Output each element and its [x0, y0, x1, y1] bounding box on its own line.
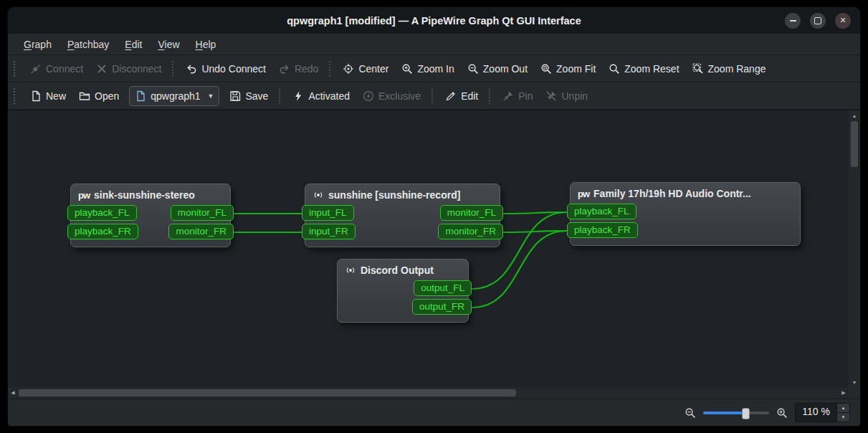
- toolbar-graph: Connect Disconnect Undo Connect Redo Cen…: [8, 55, 860, 82]
- menu-view[interactable]: View: [151, 36, 186, 53]
- port-monitor-fl[interactable]: monitor_FL: [440, 205, 503, 221]
- undo-label: Undo Connect: [201, 63, 266, 75]
- close-button[interactable]: ✕: [835, 13, 851, 29]
- spin-up-button[interactable]: ▲: [837, 404, 849, 413]
- port-monitor-fr[interactable]: monitor_FR: [438, 224, 503, 239]
- input-ports: input_FL input_FR: [305, 205, 356, 239]
- connect-icon: [30, 63, 42, 75]
- toolbar-drag-handle[interactable]: [14, 88, 19, 104]
- open-button[interactable]: Open: [72, 86, 125, 106]
- toolbar-separator: [431, 88, 434, 104]
- vertical-scroll-handle[interactable]: [851, 121, 858, 167]
- zoom-fit-button[interactable]: Zoom Fit: [534, 59, 602, 79]
- zoom-spinbox[interactable]: 110 % ▲ ▼: [795, 403, 850, 422]
- activated-button[interactable]: Activated: [286, 86, 356, 106]
- node-header: sunshine [sunshine-record]: [305, 184, 500, 204]
- disconnect-button[interactable]: Disconnect: [90, 59, 168, 79]
- scroll-down-icon[interactable]: ▼: [849, 377, 859, 387]
- port-playback-fl[interactable]: playback_FL: [567, 204, 636, 219]
- zoom-slider[interactable]: [703, 407, 769, 419]
- center-label: Center: [358, 63, 388, 75]
- redo-icon: [279, 63, 290, 75]
- save-button[interactable]: Save: [223, 86, 275, 106]
- unpin-icon: [545, 90, 557, 102]
- window-title: qpwgraph1 [modified] — A PipeWire Graph …: [8, 15, 860, 27]
- port-monitor-fr[interactable]: monitor_FR: [168, 224, 234, 239]
- node-ports: output_FL output_FR: [338, 280, 468, 322]
- minimize-button[interactable]: [785, 13, 801, 29]
- node-title: sink-sunshine-stereo: [94, 189, 195, 201]
- menu-help[interactable]: Help: [189, 36, 224, 53]
- zoom-slider-handle[interactable]: [742, 408, 750, 419]
- port-playback-fr[interactable]: playback_FR: [67, 224, 138, 239]
- center-button[interactable]: Center: [336, 59, 395, 79]
- undo-connect-button[interactable]: Undo Connect: [179, 59, 272, 79]
- port-output-fr[interactable]: output_FR: [412, 299, 472, 315]
- zoom-out-icon: [685, 407, 696, 419]
- zoom-reset-icon: [609, 63, 620, 75]
- zoom-value[interactable]: 110 %: [796, 404, 836, 422]
- node-discord-output[interactable]: Discord Output output_FL output_FR: [337, 259, 469, 323]
- node-title: sunshine [sunshine-record]: [328, 189, 460, 201]
- horizontal-scrollbar[interactable]: ◀ ▶: [8, 387, 849, 399]
- disconnect-icon: [96, 63, 108, 75]
- titlebar: qpwgraph1 [modified] — A PipeWire Graph …: [8, 7, 860, 34]
- zoom-in-button[interactable]: Zoom In: [395, 59, 460, 79]
- maximize-button[interactable]: [810, 13, 826, 29]
- menu-graph[interactable]: Graph: [16, 36, 59, 53]
- toolbar-separator: [279, 88, 282, 104]
- zoom-out-icon: [467, 63, 479, 75]
- spin-buttons: ▲ ▼: [836, 404, 849, 422]
- pin-icon: [502, 90, 514, 102]
- statusbar: 110 % ▲ ▼: [8, 399, 860, 426]
- zoom-range-label: Zoom Range: [708, 63, 766, 75]
- node-family-hd-audio[interactable]: pw Family 17h/19h HD Audio Contr... play…: [570, 182, 801, 246]
- patchbay-selector-value: qpwgraph1: [151, 90, 200, 102]
- scroll-right-icon[interactable]: ▶: [839, 388, 849, 398]
- save-label: Save: [245, 90, 268, 102]
- menu-edit[interactable]: Edit: [118, 36, 149, 53]
- scroll-left-icon[interactable]: ◀: [8, 388, 18, 398]
- pin-button[interactable]: Pin: [496, 86, 539, 106]
- scroll-up-icon[interactable]: ▲: [849, 110, 859, 120]
- output-ports: monitor_FL monitor_FR: [438, 205, 500, 239]
- new-button[interactable]: New: [24, 86, 72, 106]
- zoom-range-icon: [692, 63, 704, 75]
- zoom-range-button[interactable]: Zoom Range: [686, 59, 773, 79]
- port-input-fr[interactable]: input_FR: [302, 224, 356, 239]
- maximize-icon: [814, 17, 821, 24]
- exclusive-button[interactable]: Exclusive: [356, 86, 427, 106]
- vertical-scrollbar[interactable]: ▲ ▼: [849, 110, 860, 387]
- center-icon: [343, 63, 354, 75]
- node-header: pw sink-sunshine-stereo: [71, 184, 230, 204]
- app-window: qpwgraph1 [modified] — A PipeWire Graph …: [7, 6, 861, 427]
- port-playback-fl[interactable]: playback_FL: [67, 205, 137, 221]
- zoom-out-button[interactable]: Zoom Out: [461, 59, 534, 79]
- zoom-out-label: Zoom Out: [483, 63, 528, 75]
- pipewire-icon: pw: [578, 189, 589, 199]
- patchbay-selector[interactable]: qpwgraph1 ▼: [129, 86, 219, 106]
- disconnect-label: Disconnect: [112, 63, 161, 75]
- edit-button[interactable]: Edit: [439, 86, 485, 106]
- port-monitor-fl[interactable]: monitor_FL: [171, 205, 234, 221]
- toolbar-drag-handle[interactable]: [14, 61, 19, 77]
- zoom-reset-button[interactable]: Zoom Reset: [602, 59, 685, 79]
- port-input-fl[interactable]: input_FL: [302, 205, 354, 221]
- connect-button[interactable]: Connect: [24, 59, 90, 79]
- edit-pencil-icon: [445, 90, 457, 102]
- spin-down-button[interactable]: ▼: [837, 413, 849, 422]
- port-playback-fr[interactable]: playback_FR: [567, 222, 638, 238]
- zoom-fit-icon: [540, 63, 552, 75]
- menu-patchbay[interactable]: Patchbay: [60, 36, 116, 53]
- close-icon: ✕: [839, 16, 846, 25]
- record-stream-icon: [313, 189, 324, 201]
- redo-button[interactable]: Redo: [272, 59, 325, 79]
- graph-canvas[interactable]: pw sink-sunshine-stereo playback_FL play…: [8, 110, 849, 387]
- canvas-row: pw sink-sunshine-stereo playback_FL play…: [8, 110, 860, 387]
- node-sink-sunshine-stereo[interactable]: pw sink-sunshine-stereo playback_FL play…: [70, 184, 231, 247]
- node-sunshine[interactable]: sunshine [sunshine-record] input_FL inpu…: [305, 184, 500, 247]
- pin-label: Pin: [518, 90, 533, 102]
- horizontal-scroll-handle[interactable]: [19, 389, 516, 396]
- unpin-button[interactable]: Unpin: [539, 86, 594, 106]
- port-output-fl[interactable]: output_FL: [414, 280, 472, 296]
